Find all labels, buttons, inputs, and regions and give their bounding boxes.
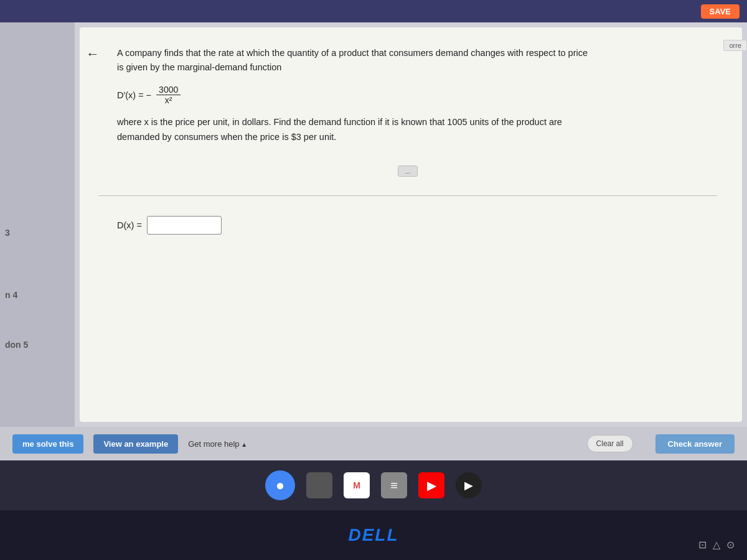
dell-logo: DELL [348, 525, 398, 545]
answer-input[interactable] [147, 216, 222, 235]
tray-icon-1[interactable]: ⊡ [698, 539, 707, 551]
taskbar-bottom: DELL ⊡ △ ⊙ [0, 510, 747, 560]
menu-lines-icon: ≡ [390, 478, 398, 493]
gmail-icon[interactable]: M [344, 472, 370, 498]
view-example-button[interactable]: View an example [93, 434, 178, 454]
taskbar: M ≡ ▶ ▶ DELL ⊡ △ ⊙ [0, 460, 747, 560]
chrome-icon[interactable] [265, 470, 295, 500]
question-line4: demanded by consumers when the price is … [117, 132, 336, 142]
play-triangle-icon: ▶ [464, 478, 473, 492]
get-more-help-button[interactable]: Get more help [188, 439, 247, 449]
question-text-block: A company finds that the rate at which t… [117, 46, 717, 75]
stop-icon[interactable] [306, 472, 332, 498]
tray-icon-2[interactable]: △ [713, 539, 720, 551]
fraction-denominator: x² [162, 95, 175, 105]
system-tray: ⊡ △ ⊙ [698, 539, 735, 551]
question-line3: where x is the price per unit, in dollar… [117, 117, 562, 127]
answer-label: D(x) = [117, 220, 142, 230]
answer-row: D(x) = [117, 216, 717, 235]
youtube-icon[interactable]: ▶ [418, 472, 444, 498]
fraction-numerator: 3000 [156, 85, 181, 95]
play-icon[interactable]: ▶ [456, 472, 482, 498]
question-text-block2: where x is the price per unit, in dollar… [117, 115, 717, 144]
divider [98, 195, 717, 196]
save-button[interactable]: SAVE [701, 4, 740, 19]
back-arrow[interactable]: ← [86, 46, 100, 62]
check-answer-button[interactable]: Check answer [655, 434, 735, 454]
taskbar-icons: M ≡ ▶ ▶ [0, 460, 747, 510]
fraction: 3000 x² [156, 85, 181, 105]
clear-all-button[interactable]: Clear all [587, 435, 633, 452]
question-line1: A company finds that the rate at which t… [117, 48, 588, 58]
top-bar: SAVE [0, 0, 747, 22]
question-number-4: n 4 [5, 290, 17, 300]
menu-icon[interactable]: ≡ [381, 472, 407, 498]
question-area: ← orre A company finds that the rate at … [80, 27, 742, 422]
correct-badge: orre [723, 40, 747, 51]
question-line2: is given by the marginal-demand function [117, 62, 281, 72]
action-bar: me solve this View an example Get more h… [0, 427, 747, 460]
main-content: 3 n 4 don 5 ← orre A company finds that … [0, 22, 747, 427]
formula-label: D′(x) = − [117, 90, 151, 100]
monitor-screen: SAVE 3 n 4 don 5 ← orre A company finds … [0, 0, 747, 460]
more-info-button[interactable]: ... [398, 166, 418, 177]
youtube-play-icon: ▶ [427, 478, 436, 493]
help-me-solve-button[interactable]: me solve this [12, 434, 83, 454]
formula-line: D′(x) = − 3000 x² [117, 85, 717, 105]
more-info-row: ... [98, 161, 717, 182]
question-number-3: 3 [5, 228, 10, 238]
tray-icon-3[interactable]: ⊙ [726, 539, 735, 551]
question-number-5: don 5 [5, 340, 28, 350]
left-sidebar: 3 n 4 don 5 [0, 22, 75, 427]
formula-block: D′(x) = − 3000 x² [117, 85, 717, 108]
